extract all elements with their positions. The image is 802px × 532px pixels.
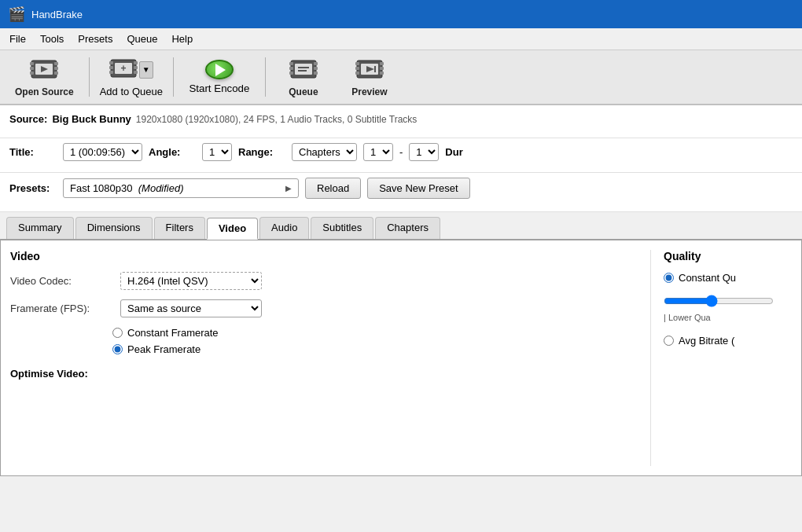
preview-button[interactable]: Preview <box>338 54 401 100</box>
menu-presets[interactable]: Presets <box>72 31 119 47</box>
app-title: HandBrake <box>31 9 83 20</box>
separator-1 <box>89 57 90 97</box>
svg-rect-14 <box>134 66 138 69</box>
svg-rect-3 <box>30 72 34 75</box>
tab-audio[interactable]: Audio <box>259 217 309 239</box>
quality-slider[interactable] <box>664 295 774 307</box>
svg-rect-15 <box>134 71 138 74</box>
framerate-select[interactable]: Same as source 5 10 12 15 23.976 24 25 2… <box>120 299 262 317</box>
avg-bitrate-label: Avg Bitrate ( <box>679 335 734 347</box>
constant-quality-label: Constant Qu <box>679 272 736 284</box>
constant-framerate-radio[interactable] <box>112 328 123 338</box>
add-to-queue-button[interactable]: + ▼ Add to Queue <box>96 54 167 100</box>
range-dash: - <box>399 146 403 158</box>
avg-bitrate-option[interactable]: Avg Bitrate ( <box>664 335 734 347</box>
tabs-bar: Summary Dimensions Filters Video Audio S… <box>0 212 802 240</box>
preset-selector[interactable]: Fast 1080p30 (Modified) ▶ <box>63 178 299 198</box>
svg-rect-1 <box>30 62 34 65</box>
constant-quality-row: Constant Qu <box>664 272 792 284</box>
svg-rect-24 <box>314 72 318 75</box>
svg-rect-20 <box>289 67 293 70</box>
constant-quality-radio[interactable] <box>664 273 674 283</box>
tab-summary[interactable]: Summary <box>6 217 74 239</box>
svg-rect-10 <box>109 61 113 64</box>
constant-quality-option[interactable]: Constant Qu <box>664 272 736 284</box>
range-label: Range: <box>238 146 285 158</box>
tab-video[interactable]: Video <box>207 218 258 240</box>
source-row: Source: Big Buck Bunny 1920x1080 (1920x1… <box>9 110 793 128</box>
peak-framerate-radio[interactable] <box>112 344 123 354</box>
range-from-select[interactable]: 1 <box>363 143 393 161</box>
video-codec-select[interactable]: H.264 (Intel QSV) H.264 (x264) H.265 (x2… <box>120 272 262 290</box>
svg-rect-31 <box>355 72 359 75</box>
add-to-queue-icon: + <box>109 57 138 83</box>
open-source-button[interactable]: Open Source <box>6 54 83 100</box>
presets-row: Presets: Fast 1080p30 (Modified) ▶ Reloa… <box>9 178 793 199</box>
svg-rect-23 <box>314 67 318 70</box>
preset-arrow-icon: ▶ <box>285 184 292 193</box>
svg-text:+: + <box>120 63 126 74</box>
reload-button[interactable]: Reload <box>305 178 361 199</box>
start-encode-button[interactable]: Start Encode <box>180 54 259 100</box>
avg-bitrate-row: Avg Bitrate ( <box>664 335 792 347</box>
svg-rect-12 <box>109 71 113 74</box>
queue-button[interactable]: Queue <box>272 54 335 100</box>
avg-bitrate-radio[interactable] <box>664 336 674 346</box>
source-label: Source: <box>9 113 47 125</box>
presets-label: Presets: <box>9 182 57 194</box>
title-label: Title: <box>9 146 57 158</box>
svg-rect-25 <box>295 64 312 75</box>
framerate-row: Framerate (FPS): Same as source 5 10 12 … <box>10 299 635 317</box>
separator-2 <box>173 57 174 97</box>
svg-rect-22 <box>314 62 318 65</box>
start-encode-label: Start Encode <box>189 83 249 94</box>
open-source-icon <box>30 57 58 83</box>
play-triangle <box>215 64 226 76</box>
queue-icon <box>289 57 318 83</box>
menu-help[interactable]: Help <box>165 31 199 47</box>
menu-queue[interactable]: Queue <box>120 31 164 47</box>
queue-label: Queue <box>289 86 318 97</box>
add-to-queue-dropdown[interactable]: ▼ <box>139 61 153 79</box>
range-select[interactable]: Chapters <box>292 143 357 161</box>
title-bar: 🎬 HandBrake <box>0 0 802 28</box>
framerate-mode-group: Constant Framerate Peak Framerate <box>112 327 635 355</box>
optimise-video-heading: Optimise Video: <box>10 368 635 380</box>
app-icon: 🎬 <box>8 6 25 23</box>
svg-rect-13 <box>134 61 138 64</box>
video-heading: Video <box>10 250 635 262</box>
svg-rect-34 <box>380 72 384 75</box>
svg-rect-5 <box>54 67 58 70</box>
tab-chapters[interactable]: Chapters <box>375 217 440 239</box>
toolbar: Open Source + ▼ Add to Queue <box>0 50 802 105</box>
svg-rect-29 <box>355 62 359 65</box>
range-to-select[interactable]: 1 <box>409 143 439 161</box>
constant-framerate-option[interactable]: Constant Framerate <box>112 327 635 339</box>
svg-rect-30 <box>355 67 359 70</box>
preset-name: Fast 1080p30 <box>70 182 133 194</box>
svg-rect-11 <box>109 66 113 69</box>
save-new-preset-button[interactable]: Save New Preset <box>367 178 469 199</box>
video-section: Video Video Codec: H.264 (Intel QSV) H.2… <box>10 250 650 466</box>
tab-subtitles[interactable]: Subtitles <box>311 217 373 239</box>
svg-rect-32 <box>380 62 384 65</box>
video-codec-row: Video Codec: H.264 (Intel QSV) H.264 (x2… <box>10 272 635 290</box>
preset-modifier: (Modified) <box>138 182 184 194</box>
svg-rect-4 <box>54 62 58 65</box>
open-source-label: Open Source <box>15 86 74 97</box>
preview-icon <box>355 57 384 83</box>
menu-file[interactable]: File <box>3 31 32 47</box>
svg-rect-6 <box>54 72 58 75</box>
constant-framerate-label: Constant Framerate <box>127 327 219 339</box>
preview-label: Preview <box>351 86 387 97</box>
peak-framerate-option[interactable]: Peak Framerate <box>112 343 635 355</box>
duration-label: Dur <box>445 146 492 158</box>
lower-quality-label: | Lower Qua <box>664 313 792 322</box>
quality-slider-container: | Lower Qua <box>664 292 792 325</box>
separator-3 <box>265 57 266 97</box>
menu-tools[interactable]: Tools <box>34 31 70 47</box>
tab-dimensions[interactable]: Dimensions <box>75 217 153 239</box>
title-select[interactable]: 1 (00:09:56) <box>63 143 142 161</box>
tab-filters[interactable]: Filters <box>154 217 205 239</box>
angle-select[interactable]: 1 <box>202 143 232 161</box>
